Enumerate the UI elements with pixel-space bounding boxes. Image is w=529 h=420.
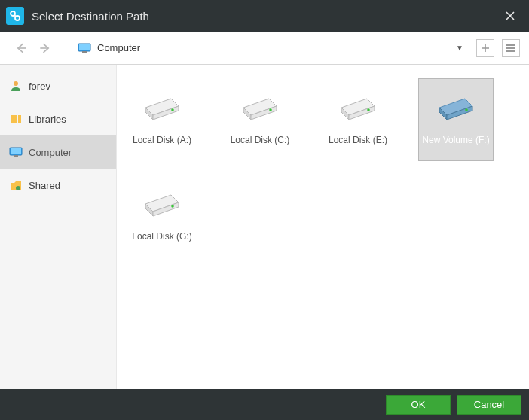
disk-icon [141, 184, 183, 221]
sidebar-item-label: forev [29, 81, 50, 92]
cancel-button[interactable]: Cancel [457, 395, 521, 415]
titlebar: Select Destination Path [0, 0, 529, 32]
drive-item[interactable]: New Volume (F:) [418, 78, 494, 161]
back-button[interactable] [11, 38, 32, 59]
disk-icon [337, 88, 379, 124]
sidebar-item-shared[interactable]: Shared [0, 169, 116, 202]
svg-rect-11 [18, 115, 21, 123]
shared-icon [9, 178, 23, 192]
sidebar-item-libraries[interactable]: Libraries [0, 102, 116, 135]
footer: OK Cancel [0, 389, 529, 420]
svg-rect-7 [506, 50, 515, 52]
computer-icon [9, 145, 23, 159]
path-dropdown[interactable]: Computer ▼ [72, 38, 469, 59]
svg-rect-6 [506, 47, 515, 49]
drive-label: Local Disk (G:) [132, 231, 191, 242]
toolbar: Computer ▼ [0, 32, 529, 65]
sidebar-item-computer[interactable]: Computer [0, 135, 116, 169]
svg-rect-3 [79, 44, 90, 50]
sidebar-item-label: Computer [29, 147, 72, 158]
svg-point-16 [171, 108, 174, 111]
path-label: Computer [97, 42, 450, 53]
sidebar: forev Libraries Computer Shared [0, 65, 117, 389]
drive-label: Local Disk (E:) [329, 135, 387, 145]
view-list-button[interactable] [502, 39, 520, 57]
ok-button[interactable]: OK [386, 395, 451, 415]
chevron-down-icon: ▼ [456, 44, 463, 52]
library-icon [9, 112, 23, 126]
svg-rect-5 [506, 44, 515, 46]
sidebar-item-label: Libraries [29, 114, 66, 125]
svg-point-18 [367, 108, 370, 111]
svg-point-17 [269, 108, 272, 111]
svg-point-20 [171, 205, 174, 208]
disk-icon [239, 88, 281, 124]
svg-point-19 [465, 108, 468, 111]
svg-rect-9 [11, 115, 14, 123]
drive-item[interactable]: Local Disk (E:) [320, 78, 396, 161]
sidebar-item-label: Shared [29, 180, 60, 191]
svg-point-15 [16, 186, 20, 190]
drive-item[interactable]: Local Disk (G:) [124, 175, 200, 257]
disk-icon [141, 88, 183, 124]
body: forev Libraries Computer Shared Local [0, 65, 529, 389]
svg-rect-10 [14, 115, 17, 123]
user-icon [9, 79, 23, 93]
drive-item[interactable]: Local Disk (A:) [124, 78, 200, 161]
window-title: Select Destination Path [32, 10, 499, 23]
svg-point-8 [14, 81, 18, 86]
svg-rect-14 [14, 155, 18, 157]
computer-icon [78, 43, 91, 53]
svg-rect-4 [82, 51, 87, 53]
drive-label: New Volume (F:) [422, 135, 489, 145]
sidebar-item-user[interactable]: forev [0, 69, 116, 102]
drive-grid: Local Disk (A:) Local Disk (C:) Local Di… [117, 65, 529, 389]
svg-rect-13 [11, 148, 21, 154]
disk-icon [435, 88, 477, 124]
app-icon [6, 7, 24, 25]
drive-item[interactable]: Local Disk (C:) [222, 78, 298, 161]
drive-label: Local Disk (A:) [133, 135, 191, 145]
forward-button[interactable] [35, 38, 56, 59]
close-button[interactable] [499, 5, 521, 27]
new-folder-button[interactable] [476, 39, 494, 57]
drive-label: Local Disk (C:) [231, 135, 290, 145]
